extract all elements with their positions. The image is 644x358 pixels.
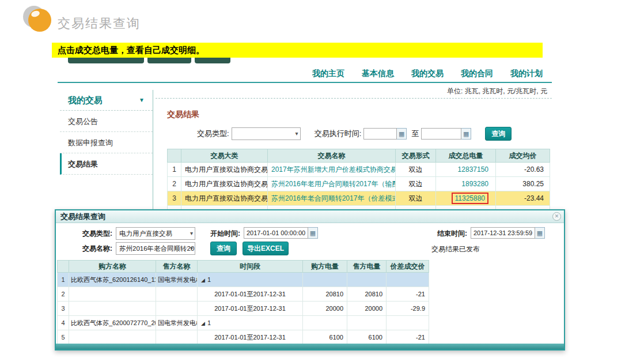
calendar-icon[interactable]: ▦: [461, 128, 471, 140]
column-header: [58, 261, 69, 273]
seller-cell: [156, 330, 198, 345]
sell-qty-cell: [347, 316, 387, 330]
period-cell: 2017-01-01至2017-12-31: [198, 330, 303, 345]
calendar-icon[interactable]: ▦: [308, 227, 318, 239]
avg-price-cell: -20.63: [496, 163, 550, 177]
trade-name-link[interactable]: 苏州2016年老合同顺转2017年（价差模式）: [268, 191, 396, 206]
price-cell: -29.9: [387, 302, 429, 316]
category-cell: 电力用户直接双边协商交易: [181, 163, 268, 177]
buy-qty-cell: [303, 273, 347, 287]
category-cell: 电力用户直接双边协商交易: [181, 177, 268, 191]
price-cell: -21: [387, 330, 429, 345]
column-header: 交易名称: [268, 149, 396, 163]
trade-name-link[interactable]: 2017年苏州新增大用户价差模式协商交易: [268, 163, 396, 177]
highlight-box: 11325880: [452, 193, 489, 204]
trade-name-link[interactable]: 苏州2016年老用户合同顺转2017年（输配模式）: [268, 177, 396, 191]
sidebar-item-2[interactable]: 数据申报查询: [60, 132, 153, 153]
price-cell: [387, 316, 429, 330]
results-filter-bar: 交易类型: ▾ 交易执行时间: ▦ 至 ▦ 查询: [167, 127, 552, 141]
avg-price-cell: -23.44: [496, 191, 550, 206]
buy-qty-cell: 20000: [303, 302, 347, 316]
group-count: 1: [207, 319, 211, 326]
result-row: 2电力用户直接双边协商交易苏州2016年老用户合同顺转2017年（输配模式）双边…: [168, 177, 550, 191]
calendar-icon[interactable]: ▦: [397, 128, 407, 140]
dropdown-arrow-icon: ▾: [190, 243, 193, 254]
page-title: 交易结果查询: [58, 15, 141, 32]
dialog-name-select[interactable]: 苏州2016年老合同顺转20 ▾: [116, 242, 195, 255]
end-time-input[interactable]: 2017-12-31 23:59:59: [471, 227, 535, 239]
price-cell: [387, 273, 429, 287]
column-header: 成交均价: [496, 149, 550, 163]
column-header: 交易形式: [396, 149, 436, 163]
total-volume-link[interactable]: 1893280: [436, 177, 496, 191]
period-cell: 2017-01-01至2017-12-31: [198, 287, 303, 302]
end-time-field: 2017-12-31 23:59:59 ▦: [471, 227, 545, 239]
buyer-cell: [69, 287, 156, 302]
start-time-label: 开始时间:: [202, 227, 240, 240]
trade-detail-dialog: 交易结果查询 ✕ 交易类型: 电力用户直接交易 ▾ 开始时间: 2017-01-…: [55, 209, 565, 351]
nav-divider: [58, 82, 552, 83]
export-excel-button[interactable]: 导出EXCEL: [243, 242, 289, 255]
trade-type-select[interactable]: ▾: [232, 127, 301, 140]
close-icon[interactable]: ✕: [552, 212, 561, 221]
detail-body: 1比欧西气体苏_6200126140_110kV国电常州发电#1-2◢12201…: [58, 273, 429, 345]
dialog-type-select[interactable]: 电力用户直接交易 ▾: [116, 227, 195, 240]
sell-qty-cell: [347, 273, 387, 287]
nav-item-5[interactable]: 我的计划: [510, 69, 543, 79]
nav-item-1[interactable]: 我的主页: [312, 69, 344, 79]
seller-cell: 国电常州发电#1-2: [156, 273, 198, 287]
sidebar-list: 交易公告数据申报查询交易结果: [60, 111, 153, 175]
sell-qty-cell: 20000: [347, 302, 387, 316]
publish-status: 交易结果已发布: [431, 242, 480, 256]
result-row: 3电力用户直接双边协商交易苏州2016年老合同顺转2017年（价差模式）双边11…: [168, 191, 550, 206]
detail-row[interactable]: 1比欧西气体苏_6200126140_110kV国电常州发电#1-2◢1: [58, 273, 429, 287]
chevron-down-icon: ▼: [139, 90, 145, 111]
row-index: 3: [168, 191, 181, 206]
main-content: 交易结果 交易类型: ▾ 交易执行时间: ▦ 至 ▦ 查询 交易大类交易名称交易…: [167, 110, 552, 216]
row-index: 2: [58, 287, 69, 302]
detail-row[interactable]: 32017-01-01至2017-12-312000020000-29.9: [58, 302, 429, 316]
buy-qty-cell: 6100: [303, 330, 347, 345]
nav-item-2[interactable]: 基本信息: [362, 69, 394, 79]
exec-time-from-input[interactable]: [363, 128, 397, 140]
column-header: 购方名称: [69, 261, 156, 273]
nav-item-4[interactable]: 我的合同: [461, 69, 493, 79]
dialog-search-button[interactable]: 查询: [210, 242, 237, 255]
dialog-name-value: 苏州2016年老合同顺转20: [119, 245, 194, 252]
dialog-title-bar[interactable]: 交易结果查询: [56, 210, 564, 223]
result-row: 1电力用户直接双边协商交易2017年苏州新增大用户价差模式协商交易双边12837…: [168, 163, 550, 177]
exec-time-label: 交易执行时间:: [315, 129, 362, 139]
trade-form-cell: 双边: [396, 177, 436, 191]
units-divider: [156, 98, 552, 99]
dialog-name-label: 交易名称:: [72, 242, 112, 255]
detail-table: 购方名称售方名称时间段购方电量售方电量价差成交价 1比欧西气体苏_6200126…: [57, 260, 429, 345]
expand-icon[interactable]: ◢: [201, 277, 205, 283]
exec-time-to-input[interactable]: [421, 128, 461, 140]
detail-row[interactable]: 22017-01-01至2017-12-312081020810-21: [58, 287, 429, 302]
calendar-icon[interactable]: ▦: [535, 227, 545, 239]
expand-icon[interactable]: ◢: [201, 321, 205, 326]
detail-row[interactable]: 4比欧西气体苏_6200072770_20kV国电常州发电#1-2◢1: [58, 316, 429, 330]
nav-item-3[interactable]: 我的交易: [411, 69, 444, 79]
period-cell: ◢1: [198, 316, 303, 330]
sidebar-header-label: 我的交易: [68, 95, 103, 105]
column-header: 价差成交价: [387, 261, 429, 273]
row-index: 1: [58, 273, 69, 287]
end-time-label: 结束时间:: [429, 227, 467, 240]
section-title: 交易结果: [167, 110, 552, 120]
column-header: 购方电量: [303, 261, 347, 273]
trade-form-cell: 双边: [396, 191, 436, 206]
row-index: 4: [58, 316, 69, 330]
sidebar-header-my-trades[interactable]: 我的交易 ▼: [60, 90, 153, 111]
sell-qty-cell: 6100: [347, 330, 387, 345]
sidebar-item-1[interactable]: 交易公告: [60, 111, 153, 132]
search-button[interactable]: 查询: [485, 127, 512, 141]
sell-qty-cell: 20810: [347, 287, 387, 302]
detail-row[interactable]: 52017-01-01至2017-12-3161006100-21: [58, 330, 429, 345]
buyer-cell: 比欧西气体苏_6200126140_110kV: [69, 273, 156, 287]
detail-header-row: 购方名称售方名称时间段购方电量售方电量价差成交价: [58, 261, 429, 273]
total-volume-link[interactable]: 11325880: [436, 191, 496, 206]
total-volume-link[interactable]: 12837150: [436, 163, 496, 177]
start-time-input[interactable]: 2017-01-01 00:00:00: [244, 227, 308, 239]
sidebar-item-3[interactable]: 交易结果: [60, 153, 153, 175]
